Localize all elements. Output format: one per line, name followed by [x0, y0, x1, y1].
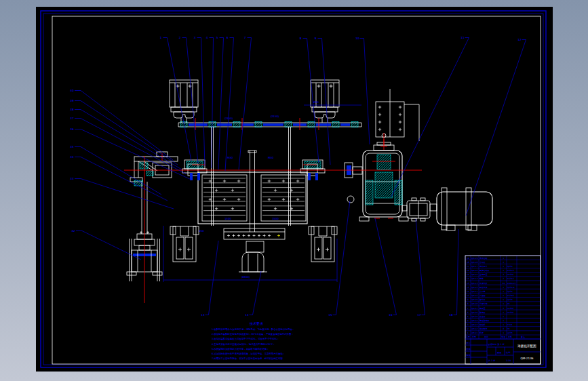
svg-text:9: 9 [315, 37, 317, 40]
svg-text:11: 11 [467, 290, 469, 293]
svg-text:1: 1 [503, 323, 505, 326]
svg-text:1: 1 [503, 257, 505, 260]
svg-text:11: 11 [460, 36, 465, 39]
svg-text:1: 1 [503, 319, 505, 322]
svg-text:13: 13 [467, 282, 469, 285]
svg-text:15: 15 [328, 313, 332, 317]
svg-text:3: 3 [467, 323, 469, 326]
svg-text:1: 1 [503, 290, 505, 293]
svg-text:1: 1 [503, 265, 505, 268]
svg-text:序号: 序号 [466, 336, 470, 338]
svg-text:6: 6 [227, 36, 229, 39]
svg-text:8: 8 [503, 327, 505, 330]
svg-text:数量: 数量 [502, 336, 506, 338]
svg-text:2: 2 [467, 327, 469, 330]
svg-text:5.各联接螺栓须按规定力矩拧紧，并采取可靠防松措施；: 5.各联接螺栓须按规定力矩拧紧，并采取可靠防松措施； [212, 347, 269, 350]
svg-text:8: 8 [300, 37, 302, 40]
svg-text:34: 34 [70, 155, 74, 159]
svg-text:QM-17: QM-17 [471, 265, 478, 268]
svg-text:18: 18 [449, 313, 453, 317]
svg-text:1: 1 [503, 298, 505, 301]
svg-text:阶段标记: 阶段标记 [488, 343, 498, 346]
svg-text:校核: 校核 [466, 348, 471, 350]
svg-text:7: 7 [244, 36, 246, 39]
svg-text:QM-13: QM-13 [471, 282, 478, 285]
svg-text:弹性联轴器: 弹性联轴器 [479, 319, 490, 322]
svg-text:1: 1 [503, 332, 505, 334]
svg-text:端盖: 端盖 [479, 277, 484, 280]
svg-text:1: 1 [160, 36, 162, 39]
svg-text:Q235-B: Q235-B [507, 286, 515, 289]
svg-text:Q235: Q235 [507, 290, 513, 293]
svg-text:QM-09: QM-09 [471, 298, 478, 301]
svg-text:材料: 材料 [507, 336, 512, 338]
svg-text:QM-08: QM-08 [471, 302, 478, 305]
svg-text:QM-02: QM-02 [471, 327, 478, 330]
cad-drawing: 1234567891011124039383736353433321314151… [0, 0, 588, 381]
svg-text:35: 35 [507, 327, 510, 330]
svg-text:筒体衬板: 筒体衬板 [479, 282, 488, 285]
svg-text:3.齿轮副装配后接触斑点沿齿高不小于40%，沿齿长不小于50: 3.齿轮副装配后接触斑点沿齿高不小于40%，沿齿长不小于50%； [212, 337, 279, 340]
svg-text:M30: M30 [227, 156, 233, 159]
svg-text:6.试运转时各密封处不得有渗漏现象，运转应平稳、无异常噪声与: 6.试运转时各密封处不得有渗漏现象，运转应平稳、无异常噪声与振动； [212, 352, 285, 355]
svg-text:大齿圈: 大齿圈 [479, 294, 486, 297]
svg-text:备注: 备注 [521, 336, 525, 338]
svg-text:代号: 代号 [472, 336, 476, 338]
svg-text:(6900): (6900) [241, 275, 250, 279]
svg-text:17: 17 [417, 313, 421, 317]
svg-text:9: 9 [467, 298, 469, 301]
svg-text:人孔盖: 人孔盖 [479, 290, 486, 293]
svg-text:10: 10 [467, 294, 469, 297]
svg-text:14: 14 [467, 277, 469, 280]
svg-text:24: 24 [503, 282, 505, 285]
svg-text:2: 2 [503, 277, 505, 280]
svg-text:1: 1 [503, 261, 505, 264]
svg-text:16: 16 [389, 313, 393, 317]
svg-text:HT200: HT200 [507, 307, 514, 310]
svg-text:螺旋给料器: 螺旋给料器 [479, 269, 490, 272]
svg-text:比例: 比例 [506, 351, 510, 354]
svg-text:45: 45 [507, 302, 510, 305]
svg-text:ZG310: ZG310 [507, 277, 514, 280]
svg-text:冷却器: 冷却器 [479, 261, 486, 264]
svg-text:QM-12: QM-12 [471, 286, 478, 289]
svg-text:设计: 设计 [467, 342, 471, 344]
svg-text:Y315: Y315 [507, 323, 512, 326]
svg-text:Q235: Q235 [507, 298, 513, 301]
svg-text:10: 10 [355, 37, 359, 40]
svg-text:4: 4 [206, 36, 208, 39]
svg-text:32: 32 [71, 229, 75, 233]
svg-text:减速器: 减速器 [479, 315, 486, 318]
svg-text:ZGMn13: ZGMn13 [507, 282, 515, 285]
svg-text:2: 2 [503, 273, 505, 276]
svg-text:1: 1 [503, 302, 505, 305]
svg-text:重量: 重量 [497, 351, 502, 354]
svg-text:QM-16: QM-16 [471, 269, 478, 272]
svg-text:主轴承座: 主轴承座 [479, 273, 488, 276]
svg-text:4: 4 [467, 319, 469, 322]
svg-text:Q235: Q235 [507, 332, 513, 334]
svg-text:润滑油站: 润滑油站 [479, 257, 488, 260]
svg-text:1: 1 [503, 286, 505, 289]
svg-text:1:10: 1:10 [506, 359, 511, 362]
svg-text:Ø50: Ø50 [313, 100, 319, 104]
svg-text:QM-01: QM-01 [471, 332, 478, 334]
svg-text:QM-10: QM-10 [471, 294, 478, 297]
svg-text:1.装配前所有零件均须清洗干净，清除毛刺、飞边及污物，配合表: 1.装配前所有零件均须清洗干净，清除毛刺、飞边及污物，配合表面涂以润滑油； [212, 327, 294, 331]
drawing-code: QM-2136 [520, 357, 533, 360]
svg-text:QM-03: QM-03 [471, 323, 478, 326]
svg-text:18: 18 [467, 261, 469, 264]
svg-text:(2150): (2150) [224, 117, 233, 120]
cad-preview-window: 1234567891011124039383736353433321314151… [0, 0, 588, 381]
svg-text:5: 5 [216, 36, 218, 39]
svg-text:M30: M30 [268, 156, 274, 159]
svg-text:ZG270: ZG270 [507, 269, 514, 272]
svg-text:1500: 1500 [224, 217, 231, 220]
svg-text:轴承座: 轴承座 [479, 307, 486, 310]
svg-text:进料漏斗: 进料漏斗 [479, 265, 488, 268]
svg-text:1500: 1500 [272, 217, 279, 220]
svg-text:1: 1 [503, 311, 505, 314]
svg-text:1: 1 [503, 269, 505, 272]
svg-text:3: 3 [194, 36, 196, 39]
svg-text:地脚螺栓: 地脚螺栓 [479, 327, 488, 330]
